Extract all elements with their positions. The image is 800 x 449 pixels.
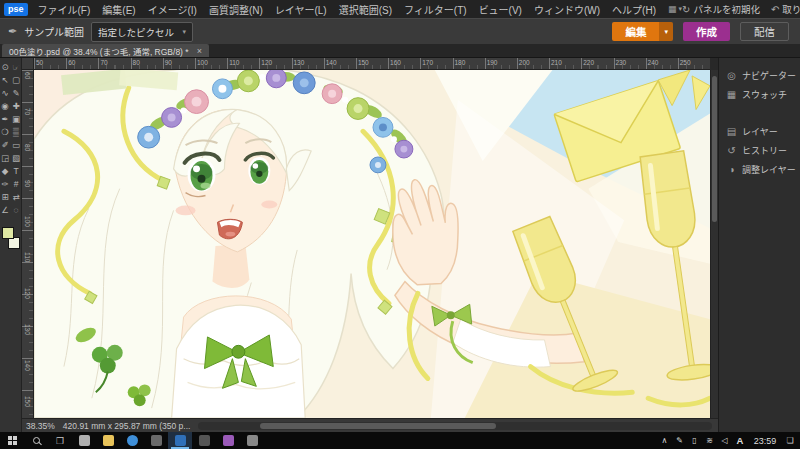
taskbar-app-2[interactable]: [120, 432, 144, 449]
menu-item[interactable]: 選択範囲(S): [333, 2, 398, 17]
app-icon: [199, 435, 210, 446]
taskbar-app-6[interactable]: [240, 432, 264, 449]
menu-item[interactable]: ファイル(F): [32, 2, 97, 17]
panel-label: スウォッチ: [742, 88, 787, 101]
clone-stamp-tool-icon[interactable]: ▣: [11, 114, 21, 124]
ruler-number: 90: [22, 178, 33, 210]
undo-label: 取り消し: [782, 2, 800, 16]
taskbar-app-5[interactable]: [216, 432, 240, 449]
move-tool-icon[interactable]: ↖: [0, 75, 10, 85]
sample-size-select[interactable]: 指定したピクセル ▾: [91, 22, 193, 42]
panel-icon: ↺: [726, 145, 737, 156]
taskbar-file-explorer[interactable]: [96, 432, 120, 449]
document-canvas[interactable]: [34, 70, 710, 418]
horizontal-scrollbar-thumb[interactable]: [260, 423, 496, 429]
panel-item-layers[interactable]: ▤ レイヤー: [719, 122, 800, 141]
ruler-number: 70: [98, 58, 130, 69]
menu-item[interactable]: レイヤー(L): [269, 2, 333, 17]
app-icon: [103, 435, 114, 446]
taskbar-app-3[interactable]: [144, 432, 168, 449]
menu-item[interactable]: フィルター(T): [398, 2, 473, 17]
horizontal-scrollbar[interactable]: [198, 422, 712, 430]
menu-item[interactable]: 編集(E): [96, 2, 141, 17]
foreground-color-swatch[interactable]: [2, 227, 14, 239]
app-icon: [247, 435, 258, 446]
lasso-tool-icon[interactable]: ∿: [0, 88, 10, 98]
sample-size-label: サンプル範囲: [24, 24, 84, 39]
start-button[interactable]: [0, 432, 24, 449]
content-aware-move-tool-icon[interactable]: ⇄: [11, 192, 21, 202]
menu-list: ファイル(F)編集(E)イメージ(I)画質調整(N)レイヤー(L)選択範囲(S)…: [32, 2, 662, 17]
system-tray: ∧✎▯≋◁: [657, 432, 732, 449]
canvas-area: 5060708090100110120130140150160170180190…: [22, 58, 718, 432]
reset-panels-button[interactable]: ↻ パネルを初期化: [682, 2, 760, 16]
tray-pen-icon[interactable]: ✎: [672, 436, 687, 445]
create-mode-button[interactable]: 作成: [683, 22, 730, 41]
taskbar-app-4[interactable]: [192, 432, 216, 449]
close-icon[interactable]: ×: [197, 46, 202, 56]
menu-item[interactable]: ウィンドウ(W): [528, 2, 606, 17]
hand-tool-icon[interactable]: ☞: [11, 62, 21, 72]
straighten-tool-icon[interactable]: ∠: [0, 205, 10, 215]
quick-selection-tool-icon[interactable]: ✎: [11, 88, 21, 98]
action-center-icon[interactable]: ❏: [782, 436, 798, 445]
panel-item-navigator[interactable]: ◎ ナビゲーター: [719, 66, 800, 85]
menu-item[interactable]: ビュー(V): [473, 2, 528, 17]
task-view-button[interactable]: ❐: [48, 432, 72, 449]
crop-tool-icon[interactable]: #: [11, 179, 21, 189]
red-eye-tool-icon[interactable]: ◉: [0, 101, 10, 111]
undo-button[interactable]: ↶ 取り消し: [771, 2, 800, 16]
healing-brush-tool-icon[interactable]: ✚: [11, 101, 21, 111]
zoom-tool-icon[interactable]: ⊙: [0, 62, 10, 72]
panel-item-adjustment-layers[interactable]: ◑ 調整レイヤー: [719, 160, 800, 179]
vertical-scrollbar[interactable]: [710, 70, 718, 418]
document-tab[interactable]: 00色塗り.psd @ 38.4% (まつ毛, 通常, RGB/8) * ×: [2, 44, 209, 57]
workspace-switcher[interactable]: ▦ ▾: [668, 4, 682, 14]
tray-volume-icon[interactable]: ◁: [717, 436, 732, 445]
panel-item-history[interactable]: ↺ ヒストリー: [719, 141, 800, 160]
ruler-number: 130: [292, 58, 324, 69]
taskbar-app-1[interactable]: [72, 432, 96, 449]
chevron-down-icon: ▾: [182, 28, 186, 36]
app-logo[interactable]: pse: [4, 3, 28, 16]
tray-battery-icon[interactable]: ▯: [687, 436, 702, 445]
taskbar-clock[interactable]: 23:59: [748, 436, 782, 446]
gradient-tool-icon[interactable]: ▧: [11, 153, 21, 163]
edit-mode-label: 編集: [612, 24, 659, 39]
edit-mode-caret-icon[interactable]: ▾: [659, 22, 673, 41]
menu-item[interactable]: イメージ(I): [142, 2, 203, 17]
vertical-ruler[interactable]: 60708090100110120130140150160: [22, 70, 34, 418]
marquee-tool-icon[interactable]: ▢: [11, 75, 21, 85]
recompose-tool-icon[interactable]: ⊞: [0, 192, 10, 202]
ruler-number: 150: [22, 394, 33, 418]
ruler-number: 200: [517, 58, 549, 69]
sponge-tool-icon[interactable]: ▒: [11, 127, 21, 137]
vertical-scrollbar-thumb[interactable]: [712, 76, 717, 222]
brush-tool-icon[interactable]: ✐: [0, 140, 10, 150]
menu-item[interactable]: 画質調整(N): [203, 2, 269, 17]
ruler-number: 240: [646, 58, 678, 69]
taskbar-photoshop-elements[interactable]: [168, 432, 192, 449]
selection-brush-tool-icon[interactable]: ◌: [11, 205, 21, 215]
zoom-level[interactable]: 38.35%: [26, 421, 55, 431]
ime-indicator[interactable]: A: [732, 435, 748, 446]
search-button[interactable]: [24, 432, 48, 449]
eraser-tool-icon[interactable]: ▭: [11, 140, 21, 150]
horizontal-ruler[interactable]: 5060708090100110120130140150160170180190…: [34, 58, 710, 70]
eyedropper-tool-icon[interactable]: ✒: [0, 114, 10, 124]
menu-item[interactable]: ヘルプ(H): [606, 2, 662, 17]
panel-icon: ◎: [726, 70, 737, 81]
paint-bucket-tool-icon[interactable]: ◲: [0, 153, 10, 163]
edit-mode-button[interactable]: 編集 ▾: [612, 22, 673, 41]
tool-options-bar: ✒ サンプル範囲 指定したピクセル ▾ 編集 ▾ 作成 配信: [0, 18, 800, 44]
tray-chevron-icon[interactable]: ∧: [657, 436, 672, 445]
document-tab-bar: 00色塗り.psd @ 38.4% (まつ毛, 通常, RGB/8) * ×: [0, 44, 800, 58]
pencil-tool-icon[interactable]: ✑: [0, 179, 10, 189]
share-mode-button[interactable]: 配信: [740, 22, 789, 41]
tray-network-icon[interactable]: ≋: [702, 436, 717, 445]
panel-item-swatches[interactable]: ▦ スウォッチ: [719, 85, 800, 104]
type-tool-icon[interactable]: T: [11, 166, 21, 176]
reset-panels-icon: ↻: [682, 4, 690, 15]
blur-tool-icon[interactable]: ❍: [0, 127, 10, 137]
shape-tool-icon[interactable]: ◆: [0, 166, 10, 176]
